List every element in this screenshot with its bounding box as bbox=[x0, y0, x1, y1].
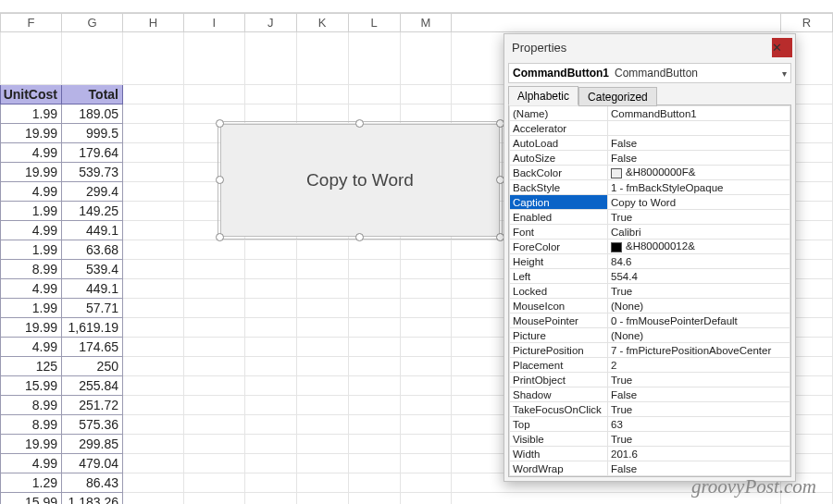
cell[interactable] bbox=[183, 493, 244, 505]
cell[interactable]: 19.99 bbox=[1, 163, 62, 182]
cell[interactable] bbox=[244, 415, 296, 435]
property-value[interactable]: &H80000012& bbox=[608, 240, 790, 254]
cell[interactable] bbox=[122, 279, 183, 299]
cell[interactable]: 1.99 bbox=[1, 202, 62, 221]
property-value[interactable]: 1 - fmBackStyleOpaque bbox=[608, 180, 790, 195]
cell[interactable]: 539.73 bbox=[61, 163, 122, 182]
resize-handle[interactable] bbox=[355, 119, 364, 128]
cell[interactable] bbox=[348, 376, 400, 396]
cell[interactable] bbox=[400, 473, 452, 493]
header-total[interactable]: Total bbox=[61, 85, 122, 104]
tab-alphabetic[interactable]: Alphabetic bbox=[508, 86, 578, 105]
cell[interactable]: 1.29 bbox=[1, 473, 62, 493]
property-row[interactable]: ShadowFalse bbox=[510, 387, 790, 402]
cell[interactable] bbox=[400, 318, 452, 338]
cell[interactable]: 449.1 bbox=[61, 279, 122, 299]
cell[interactable] bbox=[122, 376, 183, 396]
property-row[interactable]: LockedTrue bbox=[510, 284, 790, 299]
cell[interactable]: 575.36 bbox=[61, 415, 122, 435]
cell[interactable] bbox=[183, 357, 244, 376]
cell[interactable] bbox=[122, 182, 183, 202]
cell[interactable] bbox=[296, 435, 348, 454]
header-unitcost[interactable]: UnitCost bbox=[1, 85, 62, 104]
cell[interactable]: 299.4 bbox=[61, 182, 122, 202]
cell[interactable]: 479.04 bbox=[61, 454, 122, 473]
cell[interactable]: 125 bbox=[1, 357, 62, 376]
cell[interactable] bbox=[122, 240, 183, 260]
cell[interactable]: 1.99 bbox=[1, 104, 62, 124]
property-value[interactable]: False bbox=[608, 461, 790, 476]
cell[interactable]: 189.05 bbox=[61, 104, 122, 124]
cell[interactable] bbox=[122, 163, 183, 182]
property-value[interactable]: 84.6 bbox=[608, 254, 790, 269]
property-value[interactable]: (None) bbox=[608, 328, 790, 343]
cell[interactable]: 149.25 bbox=[61, 202, 122, 221]
col-header-I[interactable]: I bbox=[183, 14, 244, 32]
property-value[interactable]: Copy to Word bbox=[608, 195, 790, 210]
cell[interactable] bbox=[122, 435, 183, 454]
cell[interactable] bbox=[183, 473, 244, 493]
cell[interactable] bbox=[122, 318, 183, 338]
cell[interactable]: 1,183.26 bbox=[61, 493, 122, 505]
property-value[interactable]: False bbox=[608, 136, 790, 151]
property-row[interactable]: MouseIcon(None) bbox=[510, 299, 790, 313]
cell[interactable] bbox=[296, 240, 348, 260]
cell[interactable]: 255.84 bbox=[61, 376, 122, 396]
cell[interactable] bbox=[244, 357, 296, 376]
cell[interactable] bbox=[400, 279, 452, 299]
cell[interactable]: 1.99 bbox=[1, 240, 62, 260]
property-value[interactable]: 201.6 bbox=[608, 447, 790, 461]
col-header-K[interactable]: K bbox=[296, 14, 348, 32]
property-row[interactable]: Placement2 bbox=[510, 358, 790, 373]
cell[interactable] bbox=[348, 435, 400, 454]
cell[interactable] bbox=[122, 202, 183, 221]
property-value[interactable]: Calibri bbox=[608, 225, 790, 240]
cell[interactable] bbox=[296, 357, 348, 376]
cell[interactable]: 174.65 bbox=[61, 338, 122, 357]
property-row[interactable]: Width201.6 bbox=[510, 447, 790, 461]
cell[interactable] bbox=[122, 357, 183, 376]
cell[interactable] bbox=[244, 338, 296, 357]
cell[interactable] bbox=[244, 318, 296, 338]
cell[interactable] bbox=[348, 240, 400, 260]
cell[interactable] bbox=[183, 279, 244, 299]
properties-grid[interactable]: (Name)CommandButton1AcceleratorAutoLoadF… bbox=[508, 104, 791, 477]
cell[interactable] bbox=[400, 396, 452, 415]
close-button[interactable]: ✕ bbox=[772, 38, 792, 57]
col-header-J[interactable]: J bbox=[244, 14, 296, 32]
cell[interactable]: 299.85 bbox=[61, 435, 122, 454]
property-value[interactable]: 63 bbox=[608, 417, 790, 432]
col-header-H[interactable]: H bbox=[122, 14, 183, 32]
col-header-M[interactable]: M bbox=[400, 14, 452, 32]
cell[interactable] bbox=[400, 299, 452, 318]
cell[interactable] bbox=[348, 357, 400, 376]
cell[interactable] bbox=[122, 299, 183, 318]
cell[interactable] bbox=[183, 376, 244, 396]
col-header-L[interactable]: L bbox=[348, 14, 400, 32]
cell[interactable] bbox=[122, 454, 183, 473]
property-row[interactable]: Height84.6 bbox=[510, 254, 790, 269]
property-row[interactable]: PrintObjectTrue bbox=[510, 373, 790, 387]
col-header-F[interactable]: F bbox=[1, 14, 62, 32]
cell[interactable] bbox=[244, 493, 296, 505]
cell[interactable] bbox=[122, 124, 183, 143]
property-row[interactable]: PicturePosition7 - fmPicturePositionAbov… bbox=[510, 343, 790, 358]
cell[interactable] bbox=[183, 240, 244, 260]
cell[interactable] bbox=[400, 240, 452, 260]
resize-handle[interactable] bbox=[355, 233, 364, 241]
property-value[interactable]: CommandButton1 bbox=[608, 106, 790, 121]
col-header-R[interactable]: R bbox=[780, 14, 832, 32]
cell[interactable] bbox=[296, 279, 348, 299]
cell[interactable] bbox=[296, 376, 348, 396]
cell[interactable] bbox=[400, 415, 452, 435]
property-row[interactable]: BackColor&H8000000F& bbox=[510, 166, 790, 180]
cell[interactable] bbox=[400, 376, 452, 396]
cell[interactable] bbox=[122, 104, 183, 124]
cell[interactable] bbox=[244, 435, 296, 454]
property-value[interactable] bbox=[608, 121, 790, 136]
cell[interactable] bbox=[296, 396, 348, 415]
cell[interactable] bbox=[122, 221, 183, 240]
property-row[interactable]: AutoSizeFalse bbox=[510, 151, 790, 166]
properties-window[interactable]: Properties ✕ CommandButton1 CommandButto… bbox=[504, 33, 796, 482]
tab-categorized[interactable]: Categorized bbox=[578, 87, 657, 106]
